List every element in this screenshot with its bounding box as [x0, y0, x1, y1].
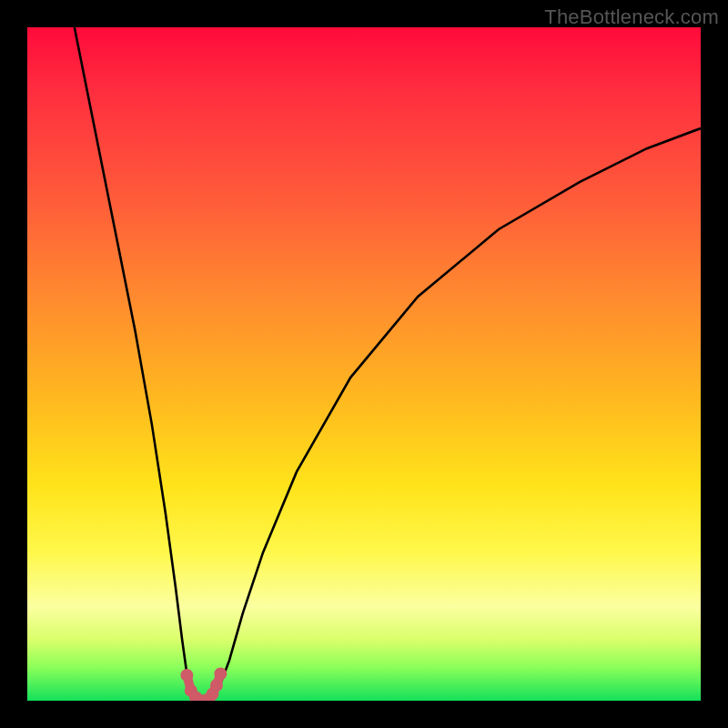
right-curve	[213, 128, 702, 701]
gradient-plot-area	[27, 27, 701, 701]
valley-dot	[180, 669, 193, 682]
curves-svg	[27, 27, 701, 701]
valley-dot	[214, 667, 227, 680]
chart-frame: TheBottleneck.com	[0, 0, 728, 728]
watermark-text: TheBottleneck.com	[544, 5, 719, 29]
left-curve	[75, 27, 200, 701]
valley-dot	[210, 679, 223, 692]
